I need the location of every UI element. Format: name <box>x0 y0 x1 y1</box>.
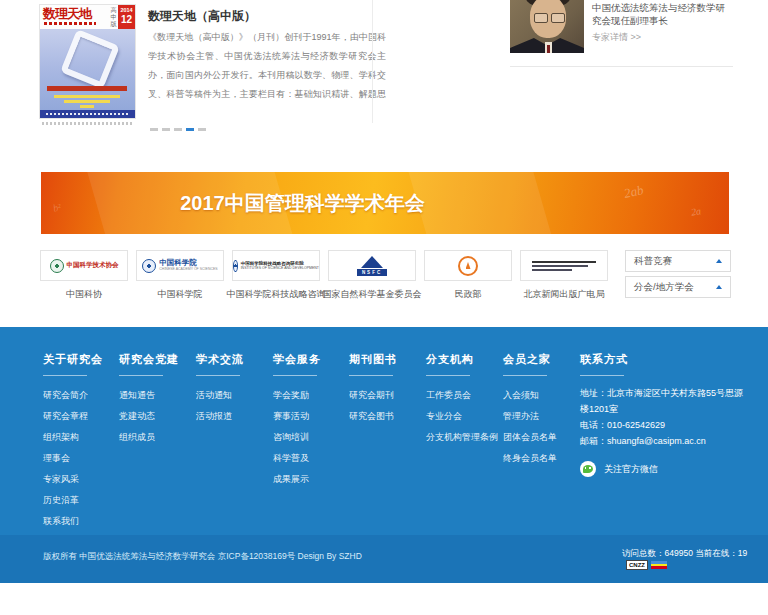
panel-branch-societies[interactable]: 分会/地方学会 <box>625 276 731 298</box>
partner-link-casisd[interactable]: 中国科学院科技战略咨询研究院 INSTITUTES OF SCIENCE AND… <box>232 250 320 281</box>
nsfc-logo-text: NSFC <box>357 269 387 276</box>
contact-address: 地址：北京市海淀区中关村东路55号思源楼1201室 <box>580 385 750 417</box>
wechat-follow-label: 关注官方微信 <box>604 463 658 476</box>
footer-col-title: 学术交流 <box>196 352 244 367</box>
mca-emblem-icon <box>458 256 478 276</box>
journal-cover-edition-label: 高中版 <box>110 7 117 28</box>
footer-link[interactable]: 分支机构管理条例 <box>426 427 498 448</box>
footer-link[interactable]: 入会须知 <box>503 385 557 406</box>
footer-link[interactable]: 组织架构 <box>43 427 103 448</box>
partner-caption: 中国科学院 <box>158 288 203 301</box>
partner-link-nsfc[interactable]: NSFC <box>328 250 416 281</box>
footer-link[interactable]: 研究会章程 <box>43 406 103 427</box>
footer-col-academic: 学术交流 活动通知 活动报道 <box>196 352 244 427</box>
carousel-dot-active[interactable] <box>186 128 194 131</box>
contact-email: 邮箱：shuangfa@casipm.ac.cn <box>580 433 750 449</box>
casisd-emblem-icon <box>233 260 238 272</box>
carousel-dot[interactable] <box>162 128 170 131</box>
cover-subtitle-decoration <box>64 100 110 103</box>
cas-logo-text: 中国科学院 <box>159 259 217 266</box>
footer-col-services: 学会服务 学会奖励 赛事活动 咨询培训 科学普及 成果展示 <box>273 352 321 490</box>
footer-link[interactable]: 理事会 <box>43 448 103 469</box>
footer-col-underline <box>349 375 393 376</box>
partner-caption: 国家自然科学基金委员会 <box>323 288 422 301</box>
footer-link[interactable]: 科学普及 <box>273 448 321 469</box>
visit-stats: 访问总数：649950 当前在线：19 <box>622 548 747 560</box>
partner-caption: 民政部 <box>455 288 482 301</box>
panel-label: 分会/地方学会 <box>626 277 730 297</box>
carousel-dot[interactable] <box>174 128 182 131</box>
carousel-dot[interactable] <box>198 128 206 131</box>
footer-link[interactable]: 工作委员会 <box>426 385 498 406</box>
wechat-icon <box>580 461 596 477</box>
partner-link-mca[interactable] <box>424 250 512 281</box>
footer-link[interactable]: 团体会员名单 <box>503 427 557 448</box>
footer-col-contact: 联系方式 地址：北京市海淀区中关村东路55号思源楼1201室 电话：010-62… <box>580 352 750 477</box>
footer-link[interactable]: 终身会员名单 <box>503 448 557 469</box>
footer-link[interactable]: 成果展示 <box>273 469 321 490</box>
expert-section-divider <box>510 66 733 67</box>
partner-link-cast[interactable]: 中国科学技术协会 <box>40 250 128 281</box>
footer-col-title: 研究会党建 <box>119 352 179 367</box>
banner-light-streak-decoration <box>403 172 560 234</box>
nsfc-emblem-icon: NSFC <box>357 256 387 276</box>
expert-detail-link[interactable]: 专家详情 >> <box>592 31 641 44</box>
footer-link[interactable]: 联系我们 <box>43 511 103 532</box>
cnzz-counter-link[interactable]: CNZZ <box>626 560 667 570</box>
panel-science-contest[interactable]: 科普竞赛 <box>625 250 731 272</box>
expert-photo[interactable] <box>510 0 584 53</box>
expert-photo-tie-decoration <box>547 45 550 53</box>
chevron-up-icon <box>716 259 722 263</box>
partner-link-cas[interactable]: 中国科学院 CHINESE ACADEMY OF SCIENCES <box>136 250 224 281</box>
footer-col-title: 关于研究会 <box>43 352 103 367</box>
footer-link[interactable]: 研究会图书 <box>349 406 397 427</box>
carousel-dot[interactable] <box>150 128 158 131</box>
panel-label: 科普竞赛 <box>626 251 730 271</box>
page: 数理天地 高中版 2014 12 <box>0 0 768 615</box>
footer-col-title: 期刊图书 <box>349 352 397 367</box>
footer: 关于研究会 研究会简介 研究会章程 组织架构 理事会 专家风采 历史沿革 联系我… <box>0 327 768 535</box>
cover-red-title-decoration <box>47 86 127 91</box>
journal-cover-image[interactable]: 数理天地 高中版 2014 12 <box>40 5 135 118</box>
journal-title: 数理天地（高中版） <box>148 8 256 25</box>
footer-link[interactable]: 活动报道 <box>196 406 244 427</box>
footer-link[interactable]: 专家风采 <box>43 469 103 490</box>
footer-link[interactable]: 党建动态 <box>119 406 179 427</box>
footer-link[interactable]: 咨询培训 <box>273 427 321 448</box>
footer-col-title: 学会服务 <box>273 352 321 367</box>
contact-phone: 电话：010-62542629 <box>580 417 750 433</box>
journal-cover-masthead-pinyin-decoration <box>44 22 96 25</box>
footer-link[interactable]: 活动通知 <box>196 385 244 406</box>
footer-link[interactable]: 通知通告 <box>119 385 179 406</box>
footer-link[interactable]: 专业分会 <box>426 406 498 427</box>
wechat-follow-link[interactable]: 关注官方微信 <box>580 461 750 477</box>
footer-link[interactable]: 历史沿革 <box>43 490 103 511</box>
footer-link[interactable]: 组织成员 <box>119 427 179 448</box>
cnzz-badge: CNZZ <box>626 560 648 570</box>
footer-col-publications: 期刊图书 研究会期刊 研究会图书 <box>349 352 397 427</box>
banner-formula-decoration: b² <box>52 201 62 214</box>
journal-cover-header: 数理天地 高中版 2014 12 <box>40 5 135 29</box>
footer-col-title: 会员之家 <box>503 352 557 367</box>
footer-col-branches: 分支机构 工作委员会 专业分会 分支机构管理条例 <box>426 352 498 448</box>
cover-subtitle-decoration <box>80 105 94 108</box>
footer-link[interactable]: 管理办法 <box>503 406 557 427</box>
press-bureau-text-logo <box>532 261 596 271</box>
footer-link[interactable]: 赛事活动 <box>273 406 321 427</box>
partner-caption: 北京新闻出版广电局 <box>524 288 605 301</box>
footer-link[interactable]: 研究会简介 <box>43 385 103 406</box>
carousel-dots <box>150 128 206 131</box>
partner-link-beijing-press-bureau[interactable] <box>520 250 608 281</box>
event-banner[interactable]: 2ab 2a b² 2017中国管理科学学术年会 <box>41 172 729 234</box>
banner-formula-decoration: 2a <box>690 205 702 218</box>
journal-cover-date-box: 2014 12 <box>118 5 135 29</box>
footer-col-underline <box>119 375 163 376</box>
footer-col-about: 关于研究会 研究会简介 研究会章程 组织架构 理事会 专家风采 历史沿革 联系我… <box>43 352 103 532</box>
footer-col-underline <box>273 375 317 376</box>
casisd-logo-texts: 中国科学院科技战略咨询研究院 INSTITUTES OF SCIENCE AND… <box>241 261 319 271</box>
bottom-bar: 版权所有 中国优选法统筹法与经济数学研究会 京ICP备12038169号 Des… <box>0 535 768 583</box>
banner-formula-decoration: 2ab <box>622 182 644 202</box>
footer-col-party: 研究会党建 通知通告 党建动态 组织成员 <box>119 352 179 448</box>
footer-link[interactable]: 学会奖励 <box>273 385 321 406</box>
footer-link[interactable]: 研究会期刊 <box>349 385 397 406</box>
